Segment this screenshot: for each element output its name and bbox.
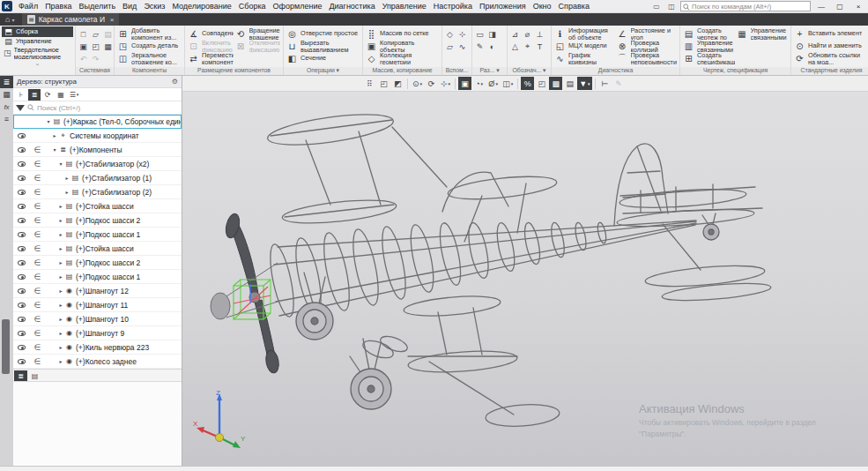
include-cell[interactable]: ∈: [30, 287, 45, 295]
tree-row-16[interactable]: ∈▸◉(+)Киль нервюра 223: [13, 340, 182, 355]
menu-item-13[interactable]: Справка: [555, 2, 593, 11]
expand-arrow-icon[interactable]: ▸: [57, 302, 64, 308]
ribbon-button-Создать-чертеж-по-модели[interactable]: ▤Создать чертеж по модели: [682, 27, 736, 40]
include-cell[interactable]: ∈: [30, 216, 45, 225]
panel-switch-управление[interactable]: ▤Управление: [2, 37, 73, 48]
visibility-cell[interactable]: [13, 232, 30, 237]
menu-item-5[interactable]: Моделирование: [168, 2, 234, 11]
include-cell[interactable]: ∈: [30, 160, 45, 168]
layout-icon[interactable]: ▭: [474, 28, 486, 40]
expand-arrow-icon[interactable]: ▸: [57, 330, 64, 336]
section-view-icon[interactable]: ◐: [486, 41, 498, 52]
ribbon-button-Расстояние-и-угол[interactable]: ∠Расстояние и угол: [616, 27, 679, 40]
tree-row-6[interactable]: ∈▸▤(+)Стойка шасси: [13, 199, 182, 213]
restore-button[interactable]: ▢: [832, 3, 848, 11]
close-button[interactable]: ×: [850, 3, 866, 11]
visibility-cell[interactable]: [13, 246, 30, 251]
expand-arrow-icon[interactable]: ▸: [51, 132, 58, 138]
menu-item-8[interactable]: Диагностика: [325, 2, 378, 11]
eye-icon[interactable]: [18, 274, 26, 280]
expand-arrow-icon[interactable]: ▾: [51, 146, 58, 153]
expand-arrow-icon[interactable]: ▸: [63, 175, 70, 181]
eye-icon[interactable]: [18, 288, 26, 294]
display-style-icon[interactable]: ◔▾: [472, 77, 486, 90]
tree-row-4[interactable]: ∈▸▤(+)Стабилизатор (1): [13, 171, 182, 185]
ribbon-button-Вырезать-выдавливанием[interactable]: ⊔Вырезать выдавливанием: [286, 40, 360, 52]
sketch-plane-icon[interactable]: ◰: [377, 77, 390, 90]
tree-relations-icon[interactable]: ⊦: [15, 89, 27, 101]
orbit-icon[interactable]: ⟳: [425, 77, 438, 90]
sketch-icon[interactable]: ✎: [474, 41, 486, 52]
ribbon-button-Управление-связанными-с-[interactable]: ▦Управление связанными с...: [736, 27, 790, 40]
ribbon-button-Зеркальное-отражение-ко-[interactable]: ◫Зеркальное отражение ко...: [116, 52, 182, 64]
spline-icon[interactable]: ∿: [456, 41, 468, 52]
sketch-mode-icon[interactable]: ◩: [391, 77, 404, 90]
expand-arrow-icon[interactable]: ▸: [57, 344, 64, 350]
diameter-icon[interactable]: ⌀: [522, 28, 533, 40]
ribbon-button-Отверстие-простое[interactable]: ◎Отверстие простое: [286, 27, 360, 40]
tree-row-3[interactable]: ∈▾▤(+)Стабилизатор (x2): [13, 157, 182, 171]
visibility-cell[interactable]: [13, 345, 30, 350]
eye-icon[interactable]: [18, 246, 26, 251]
menu-item-4[interactable]: Эскиз: [140, 2, 168, 11]
tree-grouping-icon[interactable]: ▦: [55, 89, 67, 101]
expand-arrow-icon[interactable]: ▸: [57, 259, 64, 265]
eye-icon[interactable]: [18, 133, 26, 138]
dock-scroll-thumb[interactable]: [2, 319, 10, 374]
preview-icon[interactable]: ◰: [90, 41, 101, 52]
tree-panel-icon[interactable]: ≣: [0, 76, 13, 88]
expand-arrow-icon[interactable]: ▸: [57, 358, 64, 364]
display-cube-icon[interactable]: ▣: [458, 77, 471, 90]
expand-arrow-icon[interactable]: ▸: [57, 231, 64, 237]
eye-icon[interactable]: [18, 317, 26, 322]
menu-item-10[interactable]: Настройка: [430, 2, 476, 11]
tab-close-icon[interactable]: ×: [110, 16, 115, 24]
include-cell[interactable]: ∈: [30, 343, 45, 352]
perpendicular-icon[interactable]: ⊥: [534, 28, 545, 40]
menu-item-7[interactable]: Оформление: [270, 2, 326, 11]
surface-icon[interactable]: ▱: [444, 41, 456, 52]
new-document-icon[interactable]: □: [78, 28, 89, 40]
variables-panel-icon[interactable]: fx: [0, 101, 13, 113]
tree-options-icon[interactable]: ☰▾: [68, 89, 80, 101]
orientation-icon[interactable]: ⊹▾: [439, 77, 452, 90]
expand-arrow-icon[interactable]: ▾: [57, 161, 64, 167]
home-tab-button[interactable]: ⌂ ▾: [0, 13, 17, 26]
minimize-button[interactable]: —: [813, 3, 829, 11]
active-document-tab[interactable]: ▤ Каркас самолета И... ×: [22, 13, 119, 26]
include-cell[interactable]: ∈: [30, 357, 45, 366]
menu-item-3[interactable]: Вид: [119, 2, 140, 11]
position-icon[interactable]: ⌖: [522, 41, 533, 52]
ribbon-button-Обновить-ссылки-на-мод-[interactable]: ⟳Обновить ссылки на мод...: [793, 52, 868, 64]
visibility-cell[interactable]: [13, 303, 30, 308]
panel-switch-сборка[interactable]: ⬒Сборка: [2, 26, 73, 37]
ribbon-button-Информация-об-объекте[interactable]: ℹИнформация об объекте: [553, 27, 616, 40]
eye-icon[interactable]: [18, 218, 26, 223]
eye-icon[interactable]: [18, 204, 26, 209]
menu-item-11[interactable]: Приложения: [476, 2, 530, 11]
tree-structure-icon[interactable]: ≣: [28, 89, 41, 101]
visibility-cell[interactable]: [13, 331, 30, 336]
include-cell[interactable]: ∈: [30, 258, 45, 267]
tree-row-2[interactable]: ∈▾≣(+)Компоненты: [13, 143, 182, 157]
gear-icon[interactable]: ⚙: [172, 78, 178, 86]
tree-row-8[interactable]: ∈▸▤(+)Подкос шасси 1: [13, 228, 182, 242]
include-cell[interactable]: ∈: [30, 273, 45, 281]
include-cell[interactable]: ∈: [30, 329, 45, 338]
visibility-cell[interactable]: [13, 176, 30, 181]
grip-icon[interactable]: ⠿: [363, 77, 376, 90]
ribbon-button-Сечение[interactable]: ◧Сечение: [286, 52, 360, 64]
tree-row-0[interactable]: ▾▤(+)Каркас (Тел-0, Сборочных единиц: [13, 115, 182, 129]
parameters-panel-icon[interactable]: ▦: [0, 88, 13, 101]
visibility-cell[interactable]: [13, 204, 30, 209]
tree-row-17[interactable]: ∈▸◉(+)Колесо заднее: [13, 355, 182, 369]
switcher-chevron-icon[interactable]: ⌄: [2, 60, 73, 67]
visibility-cell[interactable]: [13, 218, 30, 223]
expand-arrow-icon[interactable]: ▸: [57, 245, 64, 251]
tree-row-13[interactable]: ∈▸◉(+)Шпангоут 11: [13, 298, 182, 312]
eye-icon[interactable]: [18, 359, 26, 364]
include-cell[interactable]: ∈: [30, 230, 45, 239]
measure-icon[interactable]: ⊢: [598, 77, 612, 90]
print-icon[interactable]: ▣: [78, 41, 89, 52]
tree-row-5[interactable]: ∈▸▤(+)Стабилизатор (2): [13, 185, 182, 199]
